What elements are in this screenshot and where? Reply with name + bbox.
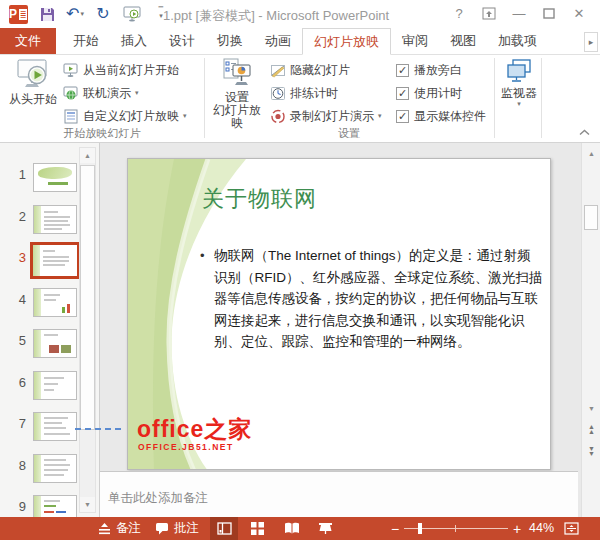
slide-thumbnail[interactable] [33,163,77,192]
ribbon-slideshow: 从头开始 从当前幻灯片开始 联机演示 ▾ 自定义幻灯片放映 ▾ 开始放映幻灯片 [0,55,600,143]
monitors-button[interactable]: 监视器 ▾ [497,57,541,108]
custom-slideshow-button[interactable]: 自定义幻灯片放映 ▾ [63,106,187,126]
dropdown-icon[interactable]: ▾ [517,100,521,108]
fit-to-window-icon [564,522,579,535]
thumbnail-scrollbar[interactable]: ▲ ▼ [79,147,96,513]
record-slideshow-button[interactable]: 录制幻灯片演示 ▾ [270,106,382,126]
scrollbar-thumb[interactable] [80,165,95,430]
tab-design[interactable]: 设计 [158,28,206,54]
notes-placeholder[interactable]: 单击此处添加备注 [108,490,208,507]
window-title: 1.ppt [兼容模式] - Microsoft PowerPoint [163,7,389,25]
slide-thumbnail-selected[interactable] [30,242,80,279]
slide-number: 9 [8,499,26,514]
watermark-subtitle: OFFICE.JB51.NET [138,442,234,452]
scroll-down-icon[interactable]: ▼ [80,497,95,512]
group-separator [494,58,495,138]
window-controls: ? — ✕ [450,4,588,22]
slide-body-text[interactable]: • 物联网（The Internet of things）的定义是：通过射频识别… [214,245,544,353]
slide-number: 5 [8,333,26,348]
tab-review[interactable]: 审阅 [391,28,439,54]
tab-transitions[interactable]: 切换 [206,28,254,54]
tab-addins[interactable]: 加载项 [487,28,548,54]
minimize-button[interactable]: — [510,4,528,22]
slide-number: 2 [8,209,26,224]
slideshow-view-button[interactable] [311,517,339,540]
from-current-slide-button[interactable]: 从当前幻灯片开始 [63,60,179,80]
slide-canvas[interactable]: 关于物联网 • 物联网（The Internet of things）的定义是：… [127,158,551,470]
tab-animations[interactable]: 动画 [254,28,302,54]
powerpoint-window: P≣ ↶ ▾ ↻ ▔▾ 1.ppt [兼容模式] - Microsoft Pow… [0,0,600,540]
ribbon-display-options-button[interactable] [480,4,498,22]
quick-access-toolbar: P≣ ↶ ▾ ↻ ▔▾ [8,4,171,24]
dropdown-icon[interactable]: ▾ [135,89,139,97]
slide-thumbnail[interactable] [33,454,77,483]
help-button[interactable]: ? [450,4,468,22]
start-slideshow-qat-button[interactable] [122,4,142,24]
notes-toggle-button[interactable]: 备注 [98,517,141,540]
fit-slide-to-window-button[interactable] [560,517,582,540]
previous-slide-button[interactable]: ▲▲ [584,421,599,436]
close-button[interactable]: ✕ [570,4,588,22]
title-bar: P≣ ↶ ▾ ↻ ▔▾ 1.ppt [兼容模式] - Microsoft Pow… [0,0,600,28]
maximize-button[interactable] [540,4,558,22]
status-bar: 备注 批注 − + 44% [0,517,600,540]
comment-icon [155,522,169,535]
notes-toggle-icon [98,523,111,535]
next-slide-button[interactable]: ▼▼ [584,443,599,458]
collapse-ribbon-button[interactable] [576,125,592,139]
undo-button[interactable]: ↶ ▾ [66,6,84,22]
checkbox-checked-icon: ✓ [396,64,409,77]
slide-sorter-view-button[interactable] [243,517,271,540]
tab-home[interactable]: 开始 [62,28,110,54]
checkbox-checked-icon: ✓ [396,87,409,100]
tab-file[interactable]: 文件 [0,28,56,54]
slide-thumbnail[interactable] [33,412,77,441]
monitors-icon [504,57,534,85]
tab-scroll-button[interactable]: ▸ [584,32,598,52]
slide-number: 7 [8,416,26,431]
slide-thumbnail[interactable] [33,371,77,400]
hide-slide-button[interactable]: 隐藏幻灯片 [270,60,350,80]
slide-thumbnail[interactable] [33,288,77,317]
undo-icon: ↶ [66,6,79,22]
powerpoint-logo-icon[interactable]: P≣ [8,4,28,24]
tab-slideshow-active[interactable]: 幻灯片放映 [302,28,391,55]
present-online-button[interactable]: 联机演示 ▾ [63,83,139,103]
undo-dropdown-icon[interactable]: ▾ [80,10,84,18]
normal-view-icon [217,522,232,535]
slide-thumbnail[interactable] [33,329,77,358]
comments-toggle-button[interactable]: 批注 [155,517,199,540]
show-media-controls-checkbox[interactable]: ✓ 显示媒体控件 [396,107,486,125]
zoom-in-button[interactable]: + [510,517,524,540]
from-beginning-icon [15,57,51,91]
notes-pane[interactable]: 单击此处添加备注 [100,471,578,517]
slide-thumbnail[interactable] [33,205,77,234]
dropdown-icon[interactable]: ▾ [378,112,382,120]
zoom-out-button[interactable]: − [388,517,402,540]
zoom-slider-thumb[interactable] [418,523,422,534]
tab-insert[interactable]: 插入 [110,28,158,54]
scroll-up-icon[interactable]: ▲ [584,146,599,161]
from-beginning-button[interactable]: 从头开始 [6,57,60,106]
tab-view[interactable]: 视图 [439,28,487,54]
slide-sorter-icon [251,522,264,535]
main-vertical-scrollbar[interactable]: ▲ ▼ ▲▲ ▼▼ [581,143,600,517]
slide-thumbnail-panel: 1 2 3 4 [0,143,100,517]
save-icon[interactable] [37,4,57,24]
use-timings-checkbox[interactable]: ✓ 使用计时 [396,84,462,102]
redo-button[interactable]: ↻ [93,4,113,24]
rehearse-timings-button[interactable]: 排练计时 [270,83,338,103]
setup-slideshow-button[interactable]: 设置幻灯片放映 [208,57,266,130]
scrollbar-thumb[interactable] [584,205,598,230]
zoom-level[interactable]: 44% [529,521,554,535]
normal-view-button[interactable] [210,517,238,540]
scroll-up-icon[interactable]: ▲ [80,148,95,163]
dropdown-icon[interactable]: ▾ [183,112,187,120]
slide-title-text[interactable]: 关于物联网 [202,184,317,214]
bullet-icon: • [200,245,205,267]
play-narrations-checkbox[interactable]: ✓ 播放旁白 [396,61,462,79]
scroll-down-icon[interactable]: ▼ [584,401,599,416]
blue-dashed-indicator-line [75,428,121,430]
slide-number: 1 [8,167,26,182]
reading-view-button[interactable] [278,517,306,540]
